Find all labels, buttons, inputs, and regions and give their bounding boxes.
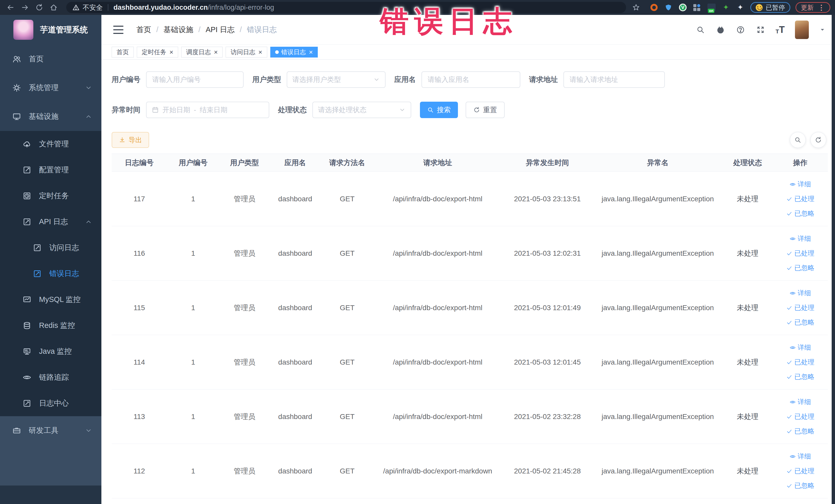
mark-processed-link[interactable]: 已处理 (786, 466, 814, 476)
search-button[interactable]: 搜索 (420, 102, 458, 118)
sidebar-filler (0, 485, 101, 504)
browser-update-button[interactable]: 更新 ⋮ (795, 2, 830, 13)
back-icon[interactable] (5, 2, 16, 13)
avatar[interactable] (795, 21, 809, 39)
sidebar-item-infrastructure[interactable]: 基础设施 (0, 102, 101, 131)
sidebar-item-redis-monitor[interactable]: Redis 监控 (0, 313, 101, 338)
extension-grid-icon[interactable] (692, 3, 702, 12)
bookmark-star-icon[interactable] (630, 2, 642, 13)
app-name-input[interactable] (422, 72, 520, 88)
select-placeholder: 请选择用户类型 (292, 75, 373, 84)
mark-ignored-link[interactable]: 已忽略 (786, 209, 814, 218)
sidebar-item-file-management[interactable]: 文件管理 (0, 131, 101, 157)
mark-processed-link[interactable]: 已处理 (786, 358, 814, 367)
sidebar-item-log-center[interactable]: 日志中心 (0, 390, 101, 416)
cell-exception: java.lang.IllegalArgumentException (593, 412, 722, 421)
extension-orange-icon[interactable] (649, 3, 659, 12)
mark-processed-link[interactable]: 已处理 (786, 412, 814, 421)
process-status-select[interactable]: 请选择处理状态 (312, 102, 411, 118)
refresh-table-button[interactable] (810, 132, 826, 148)
user-type-select[interactable]: 请选择用户类型 (287, 72, 386, 88)
detail-link[interactable]: 详细 (790, 234, 811, 243)
paused-extension-badge[interactable]: 已暂停 (750, 2, 790, 13)
toggle-search-button[interactable] (790, 132, 806, 148)
close-icon[interactable]: × (169, 49, 173, 56)
mark-ignored-link[interactable]: 已忽略 (786, 263, 814, 273)
request-url-input[interactable] (564, 72, 665, 88)
breadcrumb-item[interactable]: 基础设施 (163, 25, 193, 35)
exception-time-range-picker[interactable]: 开始日期 - 结束日期 (146, 102, 269, 118)
tab-home[interactable]: 首页 (111, 47, 134, 58)
close-icon[interactable]: × (309, 49, 313, 56)
sidebar-item-java-monitor[interactable]: Java 监控 (0, 338, 101, 364)
address-bar[interactable]: 不安全 dashboard.yudao.iocoder.cn/infra/log… (66, 2, 626, 13)
github-icon[interactable] (716, 25, 726, 35)
sidebar-item-access-log[interactable]: 访问日志 (0, 235, 101, 261)
cell-time: 2021-05-03 12:02:31 (502, 249, 593, 258)
cell-user-type: 管理员 (220, 194, 269, 204)
reset-button[interactable]: 重置 (466, 102, 505, 118)
mark-ignored-link[interactable]: 已忽略 (786, 427, 814, 436)
app-logo-row[interactable]: 芋道管理系统 (0, 15, 101, 45)
search-icon[interactable] (696, 25, 705, 35)
kebab-menu-icon[interactable]: ⋮ (818, 3, 825, 12)
sidebar-item-dev-tools[interactable]: 研发工具 (0, 416, 101, 445)
detail-link[interactable]: 详细 (790, 452, 811, 461)
forward-icon[interactable] (19, 2, 31, 13)
close-icon[interactable]: × (214, 49, 218, 56)
tab-error-log[interactable]: 错误日志× (270, 47, 318, 58)
font-size-icon[interactable]: TT (776, 25, 785, 35)
detail-link-label: 详细 (798, 234, 811, 243)
sidebar-item-system[interactable]: 系统管理 (0, 74, 101, 102)
extension-switch-icon[interactable]: on (707, 3, 716, 12)
user-id-input[interactable] (146, 72, 244, 88)
mark-processed-link[interactable]: 已处理 (786, 194, 814, 203)
reload-icon[interactable] (33, 2, 45, 13)
cell-actions: 详细 已处理 已忽略 (773, 180, 828, 218)
extension-shield-icon[interactable] (664, 3, 673, 12)
sidebar-item-home[interactable]: 首页 (0, 45, 101, 74)
fullscreen-icon[interactable] (756, 25, 766, 35)
sidebar-item-label: 研发工具 (29, 425, 59, 436)
breadcrumb: 首页 / 基础设施 / API 日志 / 错误日志 (136, 25, 277, 35)
sidebar-item-scheduled-jobs[interactable]: 定时任务 (0, 183, 101, 209)
column-header-time: 异常发生时间 (502, 158, 593, 168)
sidebar-item-label: 定时任务 (39, 191, 69, 201)
sidebar-item-error-log[interactable]: 错误日志 (0, 261, 101, 286)
tab-scheduled-jobs[interactable]: 定时任务× (137, 47, 178, 58)
mark-ignored-link[interactable]: 已忽略 (786, 481, 814, 490)
detail-link[interactable]: 详细 (790, 343, 811, 352)
breadcrumb-item[interactable]: API 日志 (206, 25, 235, 35)
extension-pin-icon[interactable]: ✦ (735, 3, 745, 12)
sidebar-item-label: 配置管理 (39, 165, 69, 175)
breadcrumb-item[interactable]: 首页 (136, 25, 151, 35)
sidebar-item-trace[interactable]: 链路追踪 (0, 364, 101, 390)
mark-ignored-link[interactable]: 已忽略 (786, 372, 814, 381)
extension-leaf-icon[interactable]: ✦ (721, 3, 731, 12)
sidebar-toggle-icon[interactable] (113, 26, 123, 34)
cell-app-name: dashboard (269, 195, 321, 203)
filter-label: 用户类型 (252, 75, 281, 84)
sidebar-item-config-management[interactable]: 配置管理 (0, 157, 101, 183)
help-icon[interactable] (736, 25, 746, 35)
filter-label: 处理状态 (278, 105, 307, 115)
tab-schedule-log[interactable]: 调度日志× (181, 47, 223, 58)
cell-log-id: 112 (111, 467, 167, 475)
detail-link[interactable]: 详细 (790, 398, 811, 406)
mark-processed-link[interactable]: 已处理 (786, 249, 814, 258)
tab-access-log[interactable]: 访问日志× (226, 47, 267, 58)
detail-link[interactable]: 详细 (790, 180, 811, 189)
chevron-down-icon[interactable] (819, 26, 826, 33)
not-secure-warning[interactable]: 不安全 (73, 3, 103, 12)
sidebar-item-api-log[interactable]: API 日志 (0, 209, 101, 235)
close-icon[interactable]: × (258, 49, 262, 56)
sidebar-item-mysql-monitor[interactable]: MySQL 监控 (0, 286, 101, 313)
mark-processed-link[interactable]: 已处理 (786, 303, 814, 312)
detail-link[interactable]: 详细 (790, 288, 811, 298)
extension-vue-icon[interactable]: V (678, 3, 688, 12)
home-browser-icon[interactable] (48, 2, 60, 13)
export-button[interactable]: 导出 (111, 132, 149, 148)
page-scrollbar[interactable] (832, 15, 835, 504)
mark-ignored-link[interactable]: 已忽略 (786, 318, 814, 327)
filter-label: 异常时间 (111, 105, 140, 115)
